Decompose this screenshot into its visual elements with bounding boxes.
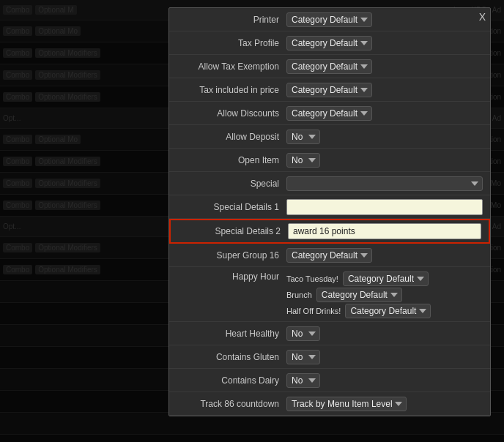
super-group-16-control: Category Default (286, 248, 483, 263)
tax-included-select[interactable]: Category Default (286, 83, 372, 97)
special-details-2-label: Special Details 2 (178, 226, 288, 236)
half-off-select[interactable]: Category Default (345, 304, 431, 318)
track-86-row: Track 86 countdown Track by Menu Item Le… (169, 392, 490, 416)
tax-profile-select[interactable]: Category Default (286, 36, 372, 50)
modal-panel: X Printer Category Default Tax Profile C… (168, 7, 491, 416)
taco-tuesday-select[interactable]: Category Default (343, 271, 429, 286)
contains-dairy-row: Contains Dairy No Yes (169, 369, 490, 392)
track-86-select[interactable]: Track by Menu Item Level Track by Modifi… (286, 397, 407, 411)
tax-included-control: Category Default (286, 83, 483, 97)
taco-tuesday-label: Taco Tuesday! (286, 274, 338, 283)
allow-discounts-label: Allow Discounts (177, 108, 286, 119)
allow-tax-exemption-label: Allow Tax Exemption (177, 61, 286, 72)
special-details-2-row: Special Details 2 (169, 219, 490, 244)
allow-discounts-select[interactable]: Category Default (286, 106, 372, 121)
half-off-row: Half Off Drinks! Category Default (286, 304, 483, 318)
contains-gluten-control: No Yes (286, 350, 483, 364)
open-item-label: Open Item (177, 155, 286, 165)
allow-deposit-label: Allow Deposit (177, 132, 286, 142)
heart-healthy-control: No Yes (286, 326, 483, 341)
printer-select[interactable]: Category Default (286, 12, 372, 27)
open-item-select[interactable]: No Yes (286, 153, 320, 168)
super-group-16-row: Super Group 16 Category Default (169, 244, 490, 267)
heart-healthy-label: Heart Healthy (177, 329, 286, 339)
special-details-2-input[interactable] (288, 223, 481, 239)
close-button[interactable]: X (479, 11, 486, 23)
allow-tax-exemption-row: Allow Tax Exemption Category Default (169, 55, 490, 78)
tax-profile-control: Category Default (286, 36, 483, 50)
contains-gluten-select[interactable]: No Yes (286, 350, 320, 364)
open-item-row: Open Item No Yes (169, 149, 490, 172)
printer-label: Printer (177, 15, 286, 25)
allow-discounts-control: Category Default (286, 106, 483, 121)
contains-dairy-control: No Yes (286, 373, 483, 388)
printer-control: Category Default (286, 12, 483, 27)
allow-discounts-row: Allow Discounts Category Default (169, 102, 490, 125)
super-group-16-select[interactable]: Category Default (286, 248, 372, 263)
tax-included-row: Tax included in price Category Default (169, 78, 490, 102)
allow-deposit-select[interactable]: No Yes (286, 130, 320, 144)
track-86-control: Track by Menu Item Level Track by Modifi… (286, 397, 483, 411)
tax-profile-row: Tax Profile Category Default (169, 31, 490, 55)
special-details-1-label: Special Details 1 (177, 202, 286, 212)
special-control (286, 176, 483, 191)
happy-hour-group: Taco Tuesday! Category Default Brunch Ca… (286, 271, 483, 318)
happy-hour-label: Happy Hour (177, 271, 286, 282)
brunch-row: Brunch Category Default (286, 288, 483, 302)
heart-healthy-row: Heart Healthy No Yes (169, 322, 490, 345)
contains-dairy-select[interactable]: No Yes (286, 373, 320, 388)
special-label: Special (177, 179, 286, 189)
contains-dairy-label: Contains Dairy (177, 375, 286, 386)
special-row: Special (169, 172, 490, 195)
brunch-select[interactable]: Category Default (316, 288, 402, 302)
allow-deposit-row: Allow Deposit No Yes (169, 125, 490, 149)
half-off-label: Half Off Drinks! (286, 307, 341, 315)
brunch-label: Brunch (286, 291, 312, 299)
allow-deposit-control: No Yes (286, 130, 483, 144)
special-details-2-control (288, 223, 481, 239)
taco-tuesday-row: Taco Tuesday! Category Default (286, 271, 483, 286)
super-group-16-label: Super Group 16 (177, 250, 286, 261)
printer-row: Printer Category Default (169, 8, 490, 31)
special-details-1-input[interactable] (286, 199, 483, 215)
tax-profile-label: Tax Profile (177, 38, 286, 48)
special-details-1-control (286, 199, 483, 215)
contains-gluten-row: Contains Gluten No Yes (169, 345, 490, 369)
open-item-control: No Yes (286, 153, 483, 168)
special-details-1-row: Special Details 1 (169, 195, 490, 219)
special-select[interactable] (286, 176, 483, 191)
happy-hour-row: Happy Hour Taco Tuesday! Category Defaul… (169, 267, 490, 322)
contains-gluten-label: Contains Gluten (177, 352, 286, 362)
track-86-label: Track 86 countdown (177, 399, 286, 409)
allow-tax-exemption-select[interactable]: Category Default (286, 59, 372, 74)
allow-tax-exemption-control: Category Default (286, 59, 483, 74)
tax-included-label: Tax included in price (177, 85, 286, 95)
heart-healthy-select[interactable]: No Yes (286, 326, 320, 341)
